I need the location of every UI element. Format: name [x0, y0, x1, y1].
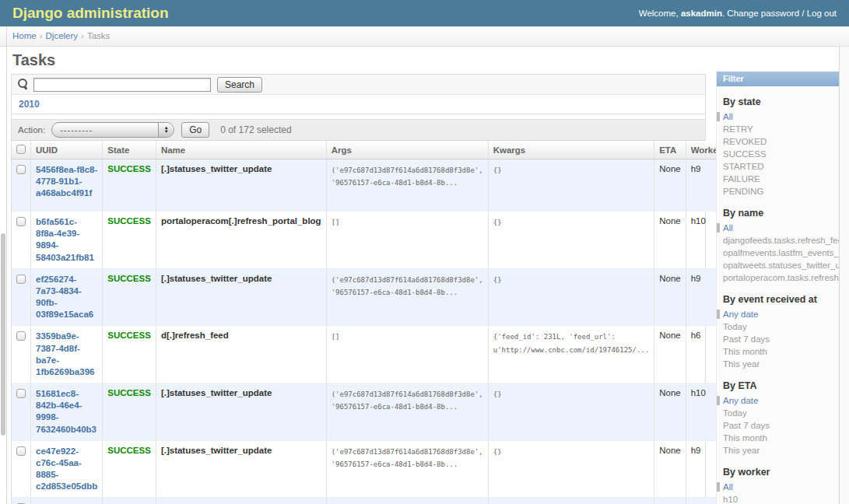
- uuid-link[interactable]: ef256274-7a73-4834-90fb-03f89e15aca6: [36, 274, 97, 321]
- row-checkbox[interactable]: [16, 165, 26, 174]
- filter-section-heading: By state: [717, 96, 839, 107]
- filter-option-link[interactable]: SUCCESS: [723, 149, 767, 159]
- table-row: 2ebb8254-6891-4b6c-a0e7-4cb89d434897 SUC…: [12, 498, 726, 504]
- filter-option-link[interactable]: Past 7 days: [723, 334, 770, 344]
- filter-option: All: [717, 110, 839, 123]
- select-stepper-icon: ▲▼: [158, 123, 174, 137]
- uuid-link[interactable]: 3359ba9e-7387-4d8f-ba7e-1fb6269ba396: [36, 331, 97, 378]
- state-badge: SUCCESS: [107, 446, 151, 455]
- filter-option: RETRY: [717, 123, 839, 135]
- filter-option-link[interactable]: PENDING: [723, 187, 763, 196]
- logout-link[interactable]: Log out: [807, 9, 837, 18]
- search-input[interactable]: [33, 78, 211, 92]
- filter-option-link[interactable]: This year: [723, 359, 760, 369]
- column-header-eta[interactable]: ETA: [654, 141, 686, 159]
- breadcrumb-separator: ›: [81, 31, 84, 40]
- row-checkbox[interactable]: [16, 389, 26, 398]
- filter-option: SUCCESS: [717, 148, 839, 160]
- username: askadmin: [681, 9, 722, 18]
- changelist-module: Search 2010 Action: --------- ▲▼ Go 0 of…: [11, 74, 706, 504]
- filter-option-link[interactable]: This month: [723, 433, 767, 443]
- task-name: portaloperacom[.]refresh_portal_blog: [156, 212, 326, 269]
- filter-option: Today: [717, 320, 839, 333]
- filter-option-link[interactable]: REVOKED: [723, 137, 767, 146]
- filter-option-link[interactable]: All: [723, 223, 733, 233]
- code-line: {}: [493, 388, 649, 401]
- date-hierarchy: 2010: [12, 95, 705, 114]
- filter-option-link[interactable]: h10: [723, 495, 738, 504]
- filter-option-link[interactable]: FAILURE: [723, 174, 760, 184]
- code-line: {}: [493, 446, 649, 458]
- filter-option-link[interactable]: RETRY: [723, 124, 753, 134]
- go-button[interactable]: Go: [181, 122, 209, 138]
- filter-section-heading: By name: [717, 208, 839, 219]
- state-badge: SUCCESS: [107, 274, 151, 283]
- row-checkbox[interactable]: [16, 331, 26, 341]
- select-all-checkbox[interactable]: [16, 145, 26, 154]
- filter-option-link[interactable]: opalfmevents.lastfm_events_update: [723, 248, 839, 257]
- row-checkbox[interactable]: [16, 446, 26, 456]
- filter-option-link[interactable]: All: [723, 112, 733, 121]
- breadcrumb-app[interactable]: Djcelery: [46, 31, 79, 40]
- table-row: b6fa561c-8f8a-4e39-9894-58403a21fb81 SUC…: [12, 212, 726, 269]
- column-header-state[interactable]: State: [103, 141, 156, 159]
- filter-option-link[interactable]: This month: [723, 347, 767, 356]
- filter-option: opaltweets.statuses_twitter_update: [717, 259, 839, 271]
- app-title: Django administration: [12, 5, 169, 22]
- task-eta: None: [654, 159, 686, 212]
- code-line: ('e97c687d13d87f614a6d81768d8f3d8e',: [332, 388, 483, 401]
- filter-option-link[interactable]: This year: [723, 446, 760, 455]
- tools-separator: /: [799, 9, 807, 18]
- uuid-link[interactable]: 51681ec8-842b-46e4-9998-7632460b40b3: [36, 388, 97, 436]
- task-name: d[.]refresh_feed: [156, 326, 326, 383]
- task-args: ('e97c687d13d87f614a6d81768d8f3d8e','965…: [326, 440, 488, 498]
- search-button[interactable]: Search: [217, 77, 262, 93]
- uuid-link[interactable]: 5456f8ea-f8c8-4778-91b1-a468abc4f91f: [36, 164, 97, 200]
- filter-option-link[interactable]: Past 7 days: [723, 421, 770, 430]
- column-header-args[interactable]: Args: [326, 141, 488, 159]
- task-kwargs: {}: [488, 159, 654, 212]
- column-header-name[interactable]: Name: [156, 141, 326, 159]
- code-line: {}: [493, 164, 649, 177]
- task-args: []: [326, 212, 488, 269]
- uuid-link[interactable]: ce47e922-c76c-45aa-8885-c2d853e05dbb: [36, 446, 97, 493]
- task-args: ('e97c687d13d87f614a6d81768d8f3d8e','965…: [326, 498, 488, 504]
- row-checkbox[interactable]: [16, 275, 26, 284]
- filter-option-link[interactable]: djangofeeds.tasks.refresh_feed: [723, 236, 839, 245]
- actions-bar: Action: --------- ▲▼ Go 0 of 172 selecte…: [12, 119, 705, 141]
- filter-option: Past 7 days: [717, 419, 839, 432]
- filter-option-link[interactable]: All: [723, 482, 733, 492]
- filter-option-link[interactable]: Today: [723, 408, 747, 418]
- task-kwargs: {}: [488, 498, 654, 504]
- filter-option: All: [717, 481, 839, 493]
- filter-option: All: [717, 222, 839, 234]
- table-row: 3359ba9e-7387-4d8f-ba7e-1fb6269ba396 SUC…: [12, 326, 726, 383]
- filter-option-link[interactable]: portaloperacom.tasks.refresh_portal_blog: [723, 273, 839, 282]
- table-row: ce47e922-c76c-45aa-8885-c2d853e05dbb SUC…: [12, 440, 726, 498]
- task-kwargs: {}: [488, 212, 654, 269]
- filter-option-link[interactable]: Any date: [723, 310, 758, 319]
- state-badge: SUCCESS: [107, 216, 151, 226]
- column-header-kwargs[interactable]: Kwargs: [488, 141, 654, 159]
- filter-option: Past 7 days: [717, 333, 839, 345]
- table-row: ef256274-7a73-4834-90fb-03f89e15aca6 SUC…: [12, 268, 726, 326]
- window-scrollbar[interactable]: [839, 47, 849, 504]
- filter-option-link[interactable]: Today: [723, 322, 747, 331]
- uuid-link[interactable]: b6fa561c-8f8a-4e39-9894-58403a21fb81: [36, 216, 97, 264]
- filter-option-list: Any dateTodayPast 7 daysThis monthThis y…: [717, 394, 839, 457]
- action-selected-option: ---------: [52, 123, 158, 137]
- date-hierarchy-year-link[interactable]: 2010: [19, 99, 40, 110]
- action-select[interactable]: --------- ▲▼: [51, 122, 174, 138]
- breadcrumb-home[interactable]: Home: [12, 31, 37, 40]
- breadcrumb-separator: ›: [40, 31, 43, 40]
- change-password-link[interactable]: Change password: [727, 9, 799, 18]
- column-header-uuid[interactable]: UUID: [31, 141, 103, 159]
- filter-sidebar: Filter By stateAllRETRYREVOKEDSUCCESSSTA…: [716, 72, 839, 504]
- row-checkbox[interactable]: [16, 217, 26, 226]
- filter-option-link[interactable]: Any date: [723, 396, 758, 405]
- filter-option-link[interactable]: STARTED: [723, 162, 764, 171]
- filter-option-link[interactable]: opaltweets.statuses_twitter_update: [723, 261, 839, 270]
- filter-option: PENDING: [717, 185, 839, 198]
- task-name: [.]statuses_twitter_update: [156, 498, 326, 504]
- task-name: [.]statuses_twitter_update: [156, 440, 326, 498]
